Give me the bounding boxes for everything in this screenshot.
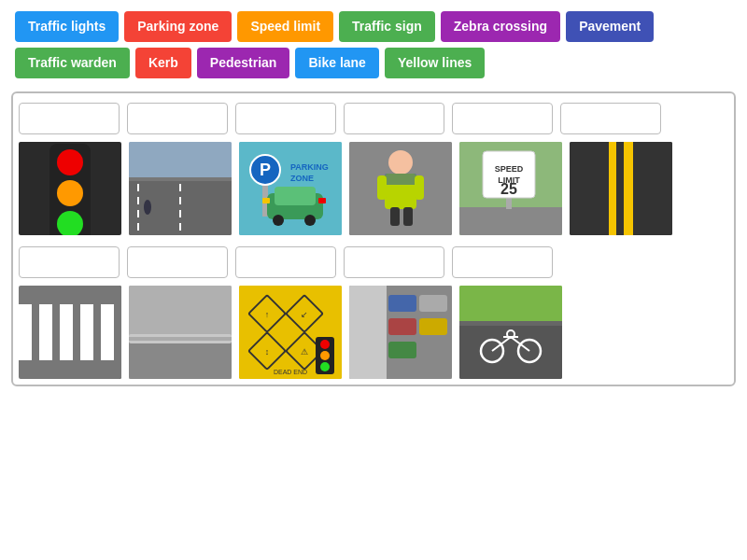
svg-rect-30 — [390, 207, 400, 226]
svg-text:↙: ↙ — [301, 310, 308, 319]
svg-rect-71 — [459, 286, 562, 323]
image-traffic-warden — [349, 142, 452, 235]
image-pavement — [349, 286, 452, 379]
row2-drop-zones — [19, 243, 728, 282]
image-bike-lane — [459, 286, 562, 379]
svg-text:DEAD END: DEAD END — [274, 369, 307, 375]
svg-text:↑: ↑ — [265, 310, 270, 319]
tag-kerb[interactable]: Kerb — [135, 48, 191, 78]
svg-rect-43 — [19, 286, 121, 379]
svg-rect-28 — [377, 175, 387, 200]
svg-point-20 — [273, 215, 284, 226]
image-speed-limit: SPEED LIMIT 25 — [459, 142, 562, 235]
tags-area: Traffic lights Parking zone Speed limit … — [0, 0, 747, 86]
tag-traffic-warden[interactable]: Traffic warden — [15, 48, 130, 78]
svg-text:SPEED: SPEED — [495, 164, 524, 174]
tag-parking-zone[interactable]: Parking zone — [124, 11, 232, 42]
image-street — [129, 142, 232, 235]
row1-drop-zones — [19, 99, 728, 138]
svg-text:P: P — [260, 161, 271, 179]
image-yellow-lines — [570, 142, 672, 235]
svg-point-2 — [57, 180, 83, 206]
svg-rect-67 — [388, 318, 416, 335]
tag-pavement[interactable]: Pavement — [566, 11, 654, 42]
drop-zone-5[interactable] — [452, 103, 553, 134]
svg-text:25: 25 — [500, 181, 517, 197]
drop-zone-6[interactable] — [560, 103, 661, 134]
drop-zone-1[interactable] — [19, 103, 120, 134]
svg-rect-66 — [388, 295, 416, 312]
tag-pedestrian[interactable]: Pedestrian — [197, 48, 290, 78]
tag-yellow-lines[interactable]: Yellow lines — [385, 48, 485, 78]
svg-rect-68 — [388, 342, 416, 358]
drop-zone-8[interactable] — [127, 246, 228, 278]
image-kerb — [129, 286, 232, 379]
drop-zone-3[interactable] — [235, 103, 336, 134]
svg-rect-41 — [624, 142, 631, 235]
match-area: P PARKING ZONE — [11, 91, 736, 386]
svg-point-21 — [304, 215, 316, 226]
tag-speed-limit[interactable]: Speed limit — [237, 11, 333, 42]
tag-bike-lane[interactable]: Bike lane — [295, 48, 378, 78]
drop-zone-2[interactable] — [127, 103, 228, 134]
svg-rect-19 — [275, 187, 316, 205]
svg-rect-10 — [129, 177, 232, 181]
image-traffic-lights — [19, 142, 121, 235]
drop-zone-10[interactable] — [344, 246, 444, 278]
svg-rect-69 — [419, 295, 447, 312]
svg-rect-70 — [419, 318, 447, 335]
svg-point-1 — [57, 149, 83, 175]
svg-rect-73 — [459, 321, 562, 326]
svg-point-11 — [144, 200, 151, 215]
svg-rect-33 — [459, 207, 562, 235]
svg-rect-23 — [318, 198, 326, 203]
svg-rect-31 — [403, 207, 413, 226]
row2-images: ↑ ↙ ↕ ⚠ — [19, 286, 728, 379]
drop-zone-9[interactable] — [235, 246, 336, 278]
svg-text:PARKING: PARKING — [290, 162, 329, 172]
image-parking-zone: P PARKING ZONE — [239, 142, 342, 235]
svg-text:⚠: ⚠ — [301, 347, 308, 357]
svg-point-59 — [320, 340, 330, 349]
app-container: Traffic lights Parking zone Speed limit … — [0, 0, 747, 386]
tag-traffic-sign[interactable]: Traffic sign — [339, 11, 435, 42]
svg-text:↕: ↕ — [265, 347, 270, 357]
svg-rect-29 — [415, 175, 424, 200]
svg-rect-48 — [129, 337, 232, 341]
drop-zone-7[interactable] — [19, 246, 120, 278]
svg-rect-39 — [570, 142, 672, 235]
tag-zebra-crossing[interactable]: Zebra crossing — [441, 11, 560, 42]
drop-zone-4[interactable] — [344, 103, 444, 134]
image-zebra-crossing — [19, 286, 121, 379]
svg-point-61 — [320, 362, 330, 371]
svg-rect-27 — [385, 174, 416, 185]
row1-images: P PARKING ZONE — [19, 142, 728, 235]
drop-zone-11[interactable] — [452, 246, 553, 278]
svg-point-25 — [388, 150, 413, 175]
svg-text:ZONE: ZONE — [290, 174, 314, 183]
svg-point-60 — [320, 351, 330, 360]
tag-traffic-lights[interactable]: Traffic lights — [15, 11, 119, 42]
svg-rect-40 — [609, 142, 616, 235]
svg-rect-22 — [262, 198, 270, 203]
svg-rect-6 — [129, 142, 232, 179]
image-traffic-signs: ↑ ↙ ↕ ⚠ — [239, 286, 342, 379]
svg-rect-64 — [349, 286, 387, 379]
